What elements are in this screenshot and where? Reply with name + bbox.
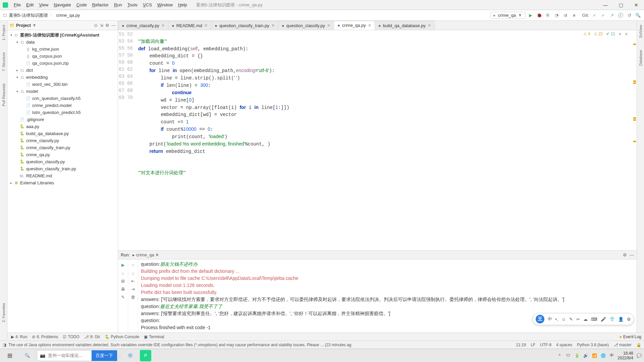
tree-item-cnn_question_classify-h5[interactable]: 📄cnn_question_classify.h5	[7, 95, 118, 102]
menu-edit[interactable]: Edit	[24, 1, 36, 8]
git-rollback-button[interactable]: ↺	[626, 12, 633, 19]
camera-icon[interactable]: 📷	[37, 353, 48, 358]
hide-button[interactable]: —	[111, 23, 116, 28]
next-highlight-button[interactable]: ∨	[625, 32, 628, 36]
tree-item-lstm_question_predict-h5[interactable]: 📄lstm_question_predict.h5	[7, 109, 118, 116]
settings-button[interactable]: ⚙	[105, 23, 109, 28]
close-tab-icon[interactable]: ✕	[368, 23, 371, 28]
close-tab-icon[interactable]: ✕	[271, 23, 275, 28]
tray-battery-icon[interactable]: 🔋	[574, 353, 580, 358]
ime-lang-button[interactable]: 中	[548, 316, 552, 322]
tray-up-icon[interactable]: ^	[556, 353, 562, 358]
status-icon[interactable]: ◨	[3, 343, 6, 347]
git-branch[interactable]: ⎇ master	[613, 343, 632, 347]
tree-item-crime_classify-py[interactable]: 🐍crime_classify.py	[7, 137, 118, 144]
clear-all-button[interactable]: ⇥	[130, 286, 137, 292]
notifications-icon[interactable]: 💬	[636, 353, 642, 358]
tree-item-aaa-py[interactable]: 🐍aaa.py	[7, 123, 118, 130]
line-ending[interactable]: LF	[531, 343, 535, 347]
ime-cloud-button[interactable]: ☁	[583, 317, 588, 322]
close-tab-icon[interactable]: ✕	[204, 23, 208, 28]
ime-user-button[interactable]: 👤	[618, 317, 624, 322]
taskbar-search[interactable]: 📷 百度一下	[37, 350, 117, 361]
tree-item--gitignore[interactable]: 📄.gitignore	[7, 116, 118, 123]
terminal-tool-tab[interactable]: ▣ Terminal	[144, 335, 164, 339]
close-button[interactable]: ✕	[629, 0, 644, 10]
tab-build_qa_database-py[interactable]: ●build_qa_database.py✕	[375, 21, 435, 30]
coverage-button[interactable]: ⛨	[545, 12, 551, 19]
git-commit-button[interactable]: ✓	[600, 12, 606, 19]
indent-setting[interactable]: 4 spaces	[556, 343, 572, 347]
menu-navigate[interactable]: Navigate	[51, 1, 73, 8]
git-history-button[interactable]: 🕘	[617, 12, 624, 19]
ime-shirt-button[interactable]: 👕	[609, 317, 615, 322]
ime-floating-toolbar[interactable]: 王 中 •, ☺ ✎ ✂ ☁ ⌨ 🎤 👕 👤 ⚙	[533, 313, 634, 325]
scroll-to-end-button[interactable]: ⇤	[130, 278, 137, 284]
ime-punct-button[interactable]: •,	[555, 317, 558, 322]
menu-refactor[interactable]: Refactor	[90, 1, 111, 8]
menu-vcs[interactable]: VCS	[141, 1, 154, 8]
git-push-button[interactable]: ↗	[608, 12, 615, 19]
menu-view[interactable]: View	[37, 1, 51, 8]
ime-logo-icon[interactable]: 王	[536, 315, 544, 323]
tab-crime_classify-py[interactable]: ●crime_classify.py✕	[118, 21, 168, 30]
menu-code[interactable]: Code	[74, 1, 89, 8]
favorites-tool-tab[interactable]: 2: Favorites	[2, 300, 6, 325]
delete-button[interactable]: 🗑	[130, 294, 137, 300]
tree-item-crime_qa-py[interactable]: 🐍crime_qa.py	[7, 151, 118, 158]
menu-run[interactable]: Run	[112, 1, 124, 8]
run-settings-button[interactable]: ⚙	[623, 252, 627, 257]
run-tool-tab[interactable]: ▶ 4: Run	[11, 335, 27, 339]
tree-item-data[interactable]: ▾🗀data	[7, 39, 118, 46]
expand-all-button[interactable]: ⇲	[100, 23, 103, 28]
ime-mic-button[interactable]: 🎤	[601, 317, 606, 322]
menu-window[interactable]: Window	[155, 1, 175, 8]
breadcrumb-root[interactable]: 案例5-法律知识图谱	[9, 12, 48, 18]
search-button[interactable]: 🔍	[19, 350, 35, 361]
git-update-button[interactable]: ✓	[591, 12, 598, 19]
minimize-button[interactable]: —	[598, 0, 613, 10]
tree-item-embedding[interactable]: ▾🗀embedding	[7, 74, 118, 81]
project-tree[interactable]: ▾🗀 案例5-法律知识图谱 [CrimeKgAssistant ▾🗀data{}…	[7, 30, 118, 333]
error-stripe[interactable]	[632, 30, 636, 250]
code-editor[interactable]: '''加载词向量''' def load_embedding(self, emb…	[136, 30, 637, 250]
menu-help[interactable]: Help	[176, 1, 190, 8]
tree-item-qa_corpus-json-zip[interactable]: 📄qa_corpus.json.zip	[7, 60, 118, 67]
database-tool-tab[interactable]: Database	[639, 47, 643, 68]
ime-edit-button[interactable]: ✎	[569, 317, 573, 322]
close-tab-icon[interactable]: ✕	[428, 23, 431, 28]
readonly-lock-icon[interactable]: 🔒	[636, 343, 641, 347]
cursor-position[interactable]: 11:19	[516, 343, 526, 347]
warnings-indicator[interactable]: ⚠ 4	[583, 32, 590, 36]
tab-question_classify_train-py[interactable]: ●question_classify_train.py✕	[211, 21, 278, 30]
edge-icon[interactable]: ⓔ	[122, 350, 138, 361]
down-stack-button[interactable]: ↓	[130, 269, 137, 276]
structure-tool-tab[interactable]: 7: Structure	[2, 50, 6, 74]
tree-item-qa_corpus-json[interactable]: {}qa_corpus.json	[7, 53, 118, 60]
ime-cut-button[interactable]: ✂	[576, 317, 580, 322]
tree-item-question_classify_train-py[interactable]: 🐍question_classify_train.py	[7, 165, 118, 172]
run-tool-config[interactable]: ▸ crime_qa ✕	[132, 252, 159, 257]
external-libraries[interactable]: External Libraries	[20, 180, 54, 185]
tree-item-crime_predict-model[interactable]: 📄crime_predict.model	[7, 102, 118, 109]
close-tab-icon[interactable]: ✕	[161, 23, 165, 28]
typos-indicator[interactable]: ✔ 11	[606, 32, 615, 36]
breadcrumb[interactable]: 🗀 案例5-法律知识图谱 〉 crime_qa.py	[3, 12, 80, 18]
rerun-button[interactable]: ▶	[120, 261, 126, 268]
tree-item-model[interactable]: ▾🗀model	[7, 88, 118, 95]
todo-tool-tab[interactable]: ☑ TODO	[63, 335, 79, 339]
tray-network-icon[interactable]: 📶	[591, 353, 597, 358]
tray-ime-icon[interactable]: 中	[609, 353, 615, 358]
stop-run-button[interactable]: ↓	[120, 269, 126, 276]
toggle-soft-wrap-button[interactable]: ⊞	[120, 278, 126, 284]
project-tool-tab[interactable]: 1: Project	[2, 22, 6, 43]
maximize-button[interactable]: ▢	[613, 0, 629, 10]
weak-warnings-indicator[interactable]: ⚠ 22	[594, 32, 603, 36]
search-submit-button[interactable]: 百度一下	[92, 350, 117, 361]
ime-settings-button[interactable]: ⚙	[627, 317, 631, 322]
edit-config-button[interactable]: ✎	[120, 294, 126, 300]
tree-item-dict[interactable]: ▸🗀dict	[7, 67, 118, 74]
breadcrumb-file[interactable]: crime_qa.py	[56, 13, 80, 18]
run-hide-button[interactable]: —	[630, 252, 634, 257]
taskbar-clock[interactable]: 16:48 2022/6/4	[618, 351, 633, 360]
